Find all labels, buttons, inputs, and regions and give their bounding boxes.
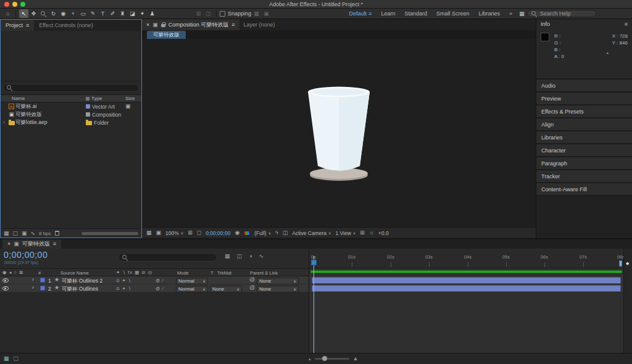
eraser-tool[interactable] <box>128 9 137 18</box>
project-item-row[interactable]: 可樂杯.ai Vector Art <box>1 102 141 110</box>
parent-dropdown[interactable]: None <box>257 286 299 292</box>
camera-tool[interactable] <box>59 9 68 18</box>
timeline-search-input[interactable] <box>118 253 217 262</box>
tab-layer[interactable]: Layer (none) <box>239 19 280 30</box>
layer-switch-icons[interactable] <box>116 278 131 283</box>
trash-icon[interactable] <box>55 231 59 236</box>
close-icon[interactable] <box>7 241 10 247</box>
horizontal-scrollbar[interactable] <box>81 232 138 235</box>
expander-icon[interactable] <box>32 277 34 283</box>
project-item-row[interactable]: 可樂特效版 Composition <box>1 110 141 118</box>
column-mode[interactable]: Mode <box>177 270 189 276</box>
brush-tool[interactable] <box>108 9 117 18</box>
layer-duration-bar[interactable] <box>312 285 621 292</box>
column-trkmat-toggle[interactable]: T <box>210 270 214 276</box>
eye-icon[interactable] <box>2 286 9 291</box>
exposure-value[interactable]: +0.0 <box>378 230 389 236</box>
pick-whip-icon[interactable] <box>249 277 255 283</box>
layer-quality-icons[interactable] <box>156 286 164 291</box>
tab-effect-controls[interactable]: Effect Controls (none) <box>34 20 98 31</box>
layer-row[interactable]: 1 可樂杯 Outlines 2 Normal None <box>0 276 309 284</box>
panel-menu-icon[interactable] <box>231 22 235 28</box>
panel-header-tracker[interactable]: Tracker <box>536 170 632 182</box>
marker-icon[interactable] <box>626 261 629 265</box>
zoom-in-icon[interactable] <box>353 356 359 362</box>
show-channel-icon[interactable] <box>244 231 250 236</box>
column-name[interactable]: Name <box>1 96 86 101</box>
snapping-option-icon[interactable] <box>252 9 261 18</box>
hand-tool[interactable] <box>29 9 38 18</box>
pan-behind-tool[interactable] <box>69 9 78 18</box>
eye-icon[interactable] <box>2 278 9 283</box>
current-timecode[interactable]: 0;00;00;00 <box>4 250 48 260</box>
puppet-pin-tool[interactable] <box>148 9 157 18</box>
grid-options-icon[interactable] <box>188 230 193 236</box>
expander-icon[interactable] <box>1 120 7 125</box>
time-ruler[interactable]: 0s 01s 02s 03s 04s 05s 06s 07s 08s <box>309 249 623 268</box>
graph-editor-icon[interactable] <box>259 254 264 259</box>
parent-dropdown[interactable]: None <box>257 278 299 284</box>
snapping-option-icon[interactable] <box>262 9 271 18</box>
new-composition-icon[interactable] <box>22 231 27 236</box>
adjust-exposure-icon[interactable] <box>369 230 374 236</box>
panel-menu-icon[interactable] <box>625 22 628 27</box>
blend-mode-dropdown[interactable]: Normal <box>176 286 208 292</box>
magnification-dropdown[interactable]: 100% <box>165 230 183 236</box>
preview-timecode[interactable]: 0;00;00;00 <box>206 230 230 236</box>
adjust-settings-icon[interactable] <box>31 231 36 236</box>
zoom-tool[interactable] <box>39 9 48 18</box>
label-color-chip[interactable] <box>40 278 45 283</box>
workspace-bar-icon[interactable] <box>517 9 526 18</box>
snapping-checkbox[interactable] <box>220 11 225 17</box>
selection-tool[interactable] <box>19 9 28 18</box>
draft-3d-icon[interactable] <box>237 254 243 259</box>
panel-header-libraries[interactable]: Libraries <box>536 131 632 143</box>
tab-composition[interactable]: Composition 可樂特效版 <box>142 19 239 30</box>
mini-flowchart-icon[interactable] <box>225 254 230 259</box>
info-panel-header[interactable]: Info <box>536 19 632 29</box>
zoom-out-icon[interactable] <box>309 357 311 361</box>
panel-header-align[interactable]: Align <box>536 118 632 130</box>
type-tool[interactable] <box>98 9 107 18</box>
zoom-slider[interactable] <box>315 358 349 360</box>
toggle-transfer-panes-icon[interactable] <box>14 356 19 362</box>
roto-brush-tool[interactable] <box>138 9 147 18</box>
close-icon[interactable] <box>146 22 149 28</box>
transparency-grid-icon[interactable] <box>146 230 152 236</box>
view-layout-icon[interactable] <box>283 230 288 236</box>
pen-tool[interactable] <box>88 9 98 18</box>
panel-header-character[interactable]: Character <box>536 144 632 156</box>
bit-depth-button[interactable]: 8 bpc <box>39 231 51 236</box>
column-parent-link[interactable]: Parent & Link <box>250 270 278 276</box>
workspace-overflow-button[interactable]: » <box>505 10 517 17</box>
lock-icon[interactable] <box>161 22 165 28</box>
layer-row[interactable]: 2 可樂杯 Outlines Normal None None <box>0 284 309 292</box>
shape-tool[interactable] <box>78 9 88 18</box>
layer-quality-icons[interactable] <box>156 278 164 283</box>
workspace-standard[interactable]: Standard <box>400 10 431 17</box>
workspace-small-screen[interactable]: Small Screen <box>432 10 474 17</box>
workspace-default[interactable]: Default <box>345 10 376 17</box>
column-index[interactable]: # <box>38 270 41 276</box>
fast-previews-icon[interactable] <box>275 230 278 236</box>
panel-header-audio[interactable]: Audio <box>536 80 632 91</box>
home-icon[interactable] <box>3 9 12 18</box>
clone-stamp-tool[interactable] <box>118 9 127 18</box>
work-area-end-handle[interactable] <box>619 260 622 267</box>
panel-header-effects-presets[interactable]: Effects & Presets <box>536 105 632 117</box>
column-size[interactable]: Size <box>125 96 141 101</box>
resolution-dropdown[interactable]: (Full) <box>254 230 271 236</box>
pick-whip-icon[interactable] <box>249 285 255 291</box>
timeline-tab[interactable]: 可樂特效版 <box>2 239 61 249</box>
monitor-icon[interactable] <box>156 230 162 236</box>
snapping-toggle[interactable]: Snapping <box>220 10 251 17</box>
panel-menu-icon[interactable] <box>53 241 56 247</box>
expander-icon[interactable] <box>32 285 34 291</box>
zoom-slider-handle[interactable] <box>322 356 327 361</box>
workspace-libraries[interactable]: Libraries <box>474 10 504 17</box>
toggle-av-panes-icon[interactable] <box>4 356 9 362</box>
pixel-aspect-icon[interactable] <box>360 230 365 236</box>
workspace-learn[interactable]: Learn <box>376 10 399 17</box>
work-area-bar[interactable] <box>310 270 622 273</box>
search-help-input[interactable]: Search Help <box>527 10 596 17</box>
